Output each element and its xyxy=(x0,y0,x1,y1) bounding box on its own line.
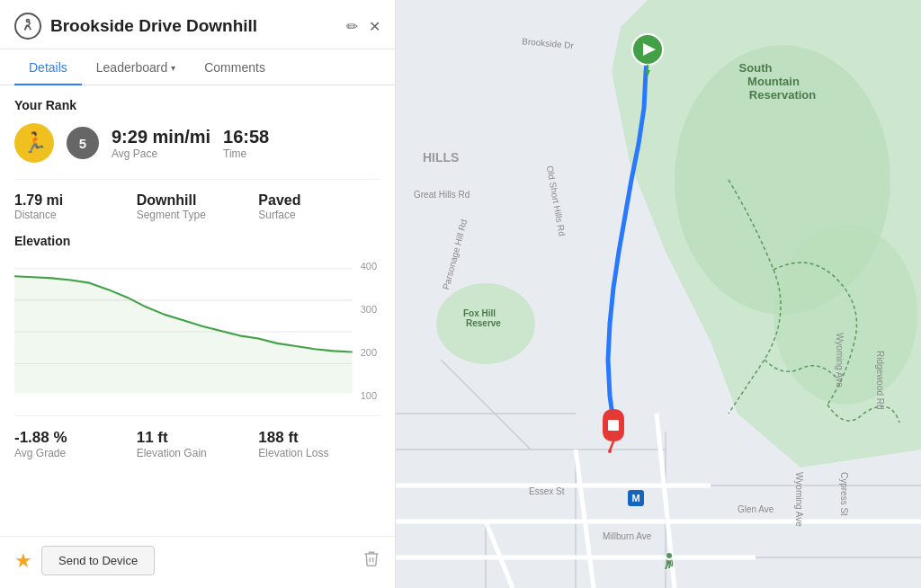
elevation-section: Elevation 400 300 xyxy=(14,234,380,403)
leaderboard-arrow-icon: ▾ xyxy=(171,63,175,73)
send-to-device-button[interactable]: Send to Device xyxy=(41,546,155,575)
map-svg: Fox Hill Reserve Parsonage Hill Rd Brook… xyxy=(396,0,921,588)
y-label-200: 200 xyxy=(361,347,377,358)
avg-pace-value: 9:29 min/mi xyxy=(112,127,210,147)
y-label-100: 100 xyxy=(361,390,377,401)
svg-text:Millburn Ave: Millburn Ave xyxy=(603,531,652,541)
svg-text:Reservation: Reservation xyxy=(749,88,816,102)
svg-point-50 xyxy=(666,553,672,558)
segment-stats-grid: 1.79 mi Distance Downhill Segment Type P… xyxy=(14,179,380,221)
svg-text:Mountain: Mountain xyxy=(747,75,800,88)
time-stat: 16:58 Time xyxy=(223,127,269,160)
svg-text:Cypress St: Cypress St xyxy=(839,472,849,516)
avatar: 🏃 xyxy=(14,123,54,163)
svg-rect-46 xyxy=(608,420,619,431)
rank-section-title: Your Rank xyxy=(14,98,380,112)
distance-value: 1.79 mi xyxy=(14,192,137,209)
svg-text:Essex St: Essex St xyxy=(529,486,565,496)
svg-point-24 xyxy=(773,225,917,405)
header-actions: ✏ ✕ xyxy=(346,18,380,35)
y-label-300: 300 xyxy=(361,304,377,315)
segment-header: Brookside Drive Downhill ✏ ✕ xyxy=(0,0,395,49)
grade-label: Avg Grade xyxy=(14,447,137,459)
svg-text:South: South xyxy=(739,61,773,75)
svg-text:Fox Hill: Fox Hill xyxy=(463,308,496,318)
y-label-400: 400 xyxy=(361,261,377,272)
tab-bar: Details Leaderboard ▾ Comments xyxy=(0,49,395,85)
footer-left: ★ Send to Device xyxy=(14,546,155,575)
svg-text:Wyoming Ave: Wyoming Ave xyxy=(835,333,845,388)
distance-stat: 1.79 mi Distance xyxy=(14,192,137,221)
elevation-gain-value: 11 ft xyxy=(137,429,259,447)
elevation-gain-label: Elevation Gain xyxy=(137,447,259,459)
svg-text:Wyoming Ave: Wyoming Ave xyxy=(794,472,804,527)
svg-text:Ridgewood Rd: Ridgewood Rd xyxy=(875,351,885,410)
tab-details[interactable]: Details xyxy=(14,49,82,85)
grade-stat: -1.88 % Avg Grade xyxy=(14,429,137,459)
delete-icon[interactable] xyxy=(362,549,380,572)
avg-pace-stat: 9:29 min/mi Avg Pace xyxy=(112,127,210,160)
surface-label: Surface xyxy=(258,209,380,221)
segment-type-stat: Downhill Segment Type xyxy=(137,192,259,221)
svg-text:HILLS: HILLS xyxy=(423,150,459,165)
rank-badge: 5 xyxy=(67,127,99,159)
left-panel: Brookside Drive Downhill ✏ ✕ Details Lea… xyxy=(0,0,396,588)
svg-text:M: M xyxy=(631,493,639,503)
content-area: Your Rank 🏃 5 9:29 min/mi Avg Pace 16:58… xyxy=(0,85,395,536)
edit-button[interactable]: ✏ xyxy=(346,18,358,35)
map-area: Fox Hill Reserve Parsonage Hill Rd Brook… xyxy=(396,0,921,588)
grade-value: -1.88 % xyxy=(14,429,137,447)
close-button[interactable]: ✕ xyxy=(369,18,380,35)
tab-comments[interactable]: Comments xyxy=(190,49,280,85)
runner-icon xyxy=(14,13,41,40)
svg-point-0 xyxy=(27,20,30,22)
surface-stat: Paved Surface xyxy=(258,192,380,221)
y-axis-labels: 400 300 200 100 xyxy=(361,259,377,403)
elevation-title: Elevation xyxy=(14,234,380,248)
rank-row: 🏃 5 9:29 min/mi Avg Pace 16:58 Time xyxy=(14,123,380,163)
star-icon[interactable]: ★ xyxy=(14,549,32,573)
svg-point-47 xyxy=(608,450,612,453)
bottom-stats-grid: -1.88 % Avg Grade 11 ft Elevation Gain 1… xyxy=(14,415,380,459)
surface-value: Paved xyxy=(258,192,380,209)
segment-type-label: Segment Type xyxy=(137,209,259,221)
svg-text:Great Hills Rd: Great Hills Rd xyxy=(414,190,469,200)
footer: ★ Send to Device xyxy=(0,536,395,588)
elevation-gain-stat: 11 ft Elevation Gain xyxy=(137,429,259,459)
avg-pace-label: Avg Pace xyxy=(112,147,210,160)
segment-type-value: Downhill xyxy=(137,192,259,209)
time-label: Time xyxy=(223,147,269,160)
time-value: 16:58 xyxy=(223,127,269,147)
elevation-svg xyxy=(14,259,380,403)
svg-text:Reserve: Reserve xyxy=(466,318,501,328)
elevation-loss-stat: 188 ft Elevation Loss xyxy=(258,429,380,459)
segment-title: Brookside Drive Downhill xyxy=(50,16,337,36)
elevation-loss-value: 188 ft xyxy=(258,429,380,447)
distance-label: Distance xyxy=(14,209,137,221)
svg-marker-5 xyxy=(14,276,353,393)
tab-leaderboard[interactable]: Leaderboard ▾ xyxy=(82,49,190,85)
elevation-loss-label: Elevation Loss xyxy=(258,447,380,459)
elevation-chart: 400 300 200 100 xyxy=(14,259,380,403)
svg-text:Glen Ave: Glen Ave xyxy=(738,504,774,514)
